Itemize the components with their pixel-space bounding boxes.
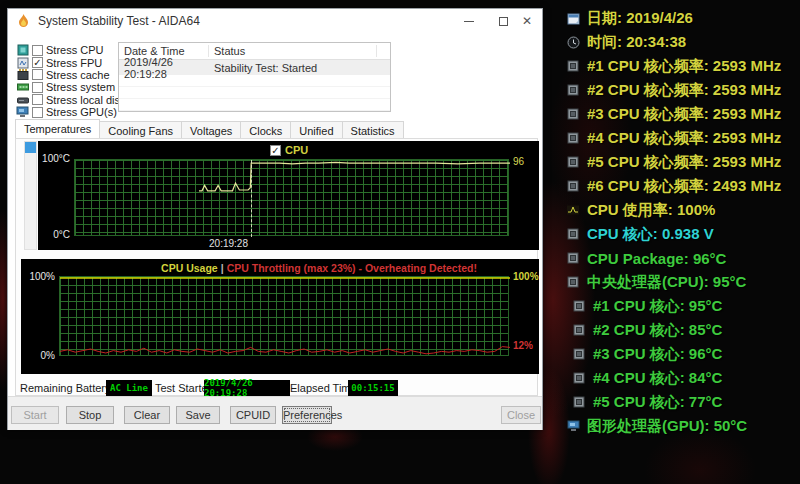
- tab-temperatures[interactable]: Temperatures: [15, 119, 100, 139]
- osd-row: #5 CPU 核心: 77°C: [566, 390, 800, 414]
- osd-row: #4 CPU 核心频率: 2593 MHz: [566, 126, 800, 150]
- cpuid-button[interactable]: CPUID: [230, 406, 276, 424]
- clear-button[interactable]: Clear: [124, 406, 170, 424]
- usage-plot-area: [59, 276, 509, 356]
- action-button-strip: Start Stop Clear Save CPUID Preferences …: [8, 396, 542, 430]
- gpu-icon: [16, 106, 29, 118]
- chip-icon: [566, 132, 580, 144]
- table-row[interactable]: 2019/4/26 20:19:28 Stability Test: Start…: [119, 60, 390, 75]
- event-datetime: 2019/4/26 20:19:28: [119, 56, 209, 80]
- stress-checkbox[interactable]: [32, 82, 43, 93]
- disk-icon: [16, 94, 29, 106]
- cache-icon: [16, 69, 29, 81]
- osd-sensor-panel: 日期: 2019/4/26时间: 20:34:38#1 CPU 核心频率: 25…: [566, 6, 800, 438]
- osd-row-text: #6 CPU 核心频率: 2493 MHz: [587, 177, 781, 196]
- osd-row-text: 图形处理器(GPU): 50°C: [587, 417, 747, 436]
- osd-row-text: #3 CPU 核心: 96°C: [593, 345, 722, 364]
- usage-chart-title: CPU Usage|CPU Throttling (max 23%) - Ove…: [21, 262, 539, 274]
- tab-voltages[interactable]: Voltages: [182, 121, 241, 139]
- osd-row-text: #4 CPU 核心频率: 2593 MHz: [587, 129, 781, 148]
- battery-label: Remaining Battery:: [20, 382, 114, 394]
- stress-option-label: Stress CPU: [46, 44, 103, 56]
- osd-row: #1 CPU 核心: 95°C: [566, 294, 800, 318]
- elapsed-time-value: 00:15:15: [348, 380, 398, 396]
- osd-row: 日期: 2019/4/26: [566, 6, 800, 30]
- usage-title-part: CPU Usage: [161, 262, 218, 274]
- minimize-icon: [464, 21, 474, 22]
- usage-current-value: 100%: [513, 271, 539, 282]
- cpu-legend-label: CPU: [285, 144, 308, 156]
- chip-icon: [566, 228, 580, 240]
- usage-series-lines: [60, 277, 510, 357]
- chip-icon: [572, 396, 586, 408]
- chart-scrollbar[interactable]: [24, 141, 37, 250]
- start-button[interactable]: Start: [11, 406, 59, 424]
- preferences-button[interactable]: Preferences: [282, 406, 332, 424]
- stress-option-label: Stress cache: [46, 69, 110, 81]
- osd-row-text: #3 CPU 核心频率: 2593 MHz: [587, 105, 781, 124]
- usage-axis-max-label: 100%: [21, 271, 55, 282]
- memory-icon: [16, 81, 29, 93]
- close-button[interactable]: Close: [501, 406, 541, 424]
- osd-row-text: #5 CPU 核心频率: 2593 MHz: [587, 153, 781, 172]
- osd-row-text: #2 CPU 核心频率: 2593 MHz: [587, 81, 781, 100]
- tab-cooling-fans[interactable]: Cooling Fans: [100, 121, 182, 139]
- monitor-icon: [566, 420, 580, 432]
- calendar-icon: [566, 12, 580, 25]
- cpu-legend[interactable]: ✓ CPU: [270, 144, 308, 156]
- stress-checkbox[interactable]: [32, 69, 43, 80]
- stress-checkbox[interactable]: [32, 94, 43, 105]
- tab-statistics[interactable]: Statistics: [343, 121, 404, 139]
- tab-bar: TemperaturesCooling FansVoltagesClocksUn…: [15, 119, 404, 139]
- cpu-legend-checkbox[interactable]: ✓: [270, 145, 281, 156]
- maximize-icon: [499, 17, 508, 26]
- chip-icon: [572, 348, 586, 360]
- column-header-status[interactable]: Status: [209, 45, 377, 57]
- osd-row: 图形处理器(GPU): 50°C: [566, 414, 800, 438]
- osd-row-text: #2 CPU 核心: 85°C: [593, 321, 722, 340]
- osd-row: 时间: 20:34:38: [566, 30, 800, 54]
- chip-icon: [572, 324, 586, 336]
- window-title: System Stability Test - AIDA64: [38, 14, 200, 28]
- current-temp-value: 96: [513, 156, 524, 167]
- stress-option-label: Stress FPU: [46, 57, 102, 69]
- osd-row: #5 CPU 核心频率: 2593 MHz: [566, 150, 800, 174]
- tab-unified[interactable]: Unified: [291, 121, 342, 139]
- osd-row-text: CPU 使用率: 100%: [587, 201, 715, 220]
- osd-row-text: 中央处理器(CPU): 95°C: [587, 273, 746, 292]
- osd-row-text: 时间: 20:34:38: [587, 33, 686, 52]
- temperature-series-line: [75, 160, 510, 237]
- stop-button[interactable]: Stop: [66, 406, 114, 424]
- minimize-button[interactable]: [456, 9, 482, 33]
- osd-row-text: CPU 核心: 0.938 V: [587, 225, 714, 244]
- save-button[interactable]: Save: [176, 406, 220, 424]
- osd-row: CPU 核心: 0.938 V: [566, 222, 800, 246]
- maximize-button[interactable]: [490, 9, 516, 33]
- osd-row: #2 CPU 核心频率: 2593 MHz: [566, 78, 800, 102]
- titlebar[interactable]: System Stability Test - AIDA64 ✕: [8, 9, 542, 33]
- scrollbar-thumb[interactable]: [25, 142, 36, 153]
- close-window-button[interactable]: ✕: [514, 9, 540, 33]
- osd-row: #3 CPU 核心: 96°C: [566, 342, 800, 366]
- tab-clocks[interactable]: Clocks: [241, 121, 291, 139]
- osd-row-text: #1 CPU 核心频率: 2593 MHz: [587, 57, 781, 76]
- aida64-flame-icon: [16, 14, 31, 29]
- test-status-row: Remaining Battery: AC Line Test Started:…: [16, 381, 537, 396]
- osd-row: #2 CPU 核心: 85°C: [566, 318, 800, 342]
- chip-icon: [566, 252, 580, 264]
- stress-checkbox[interactable]: ✓: [32, 57, 43, 68]
- cpu-icon: [16, 44, 29, 56]
- osd-row: #3 CPU 核心频率: 2593 MHz: [566, 102, 800, 126]
- osd-row: CPU Package: 96°C: [566, 246, 800, 270]
- desktop: System Stability Test - AIDA64 ✕ Stress …: [0, 0, 800, 484]
- stress-option-label: Stress GPU(s): [46, 106, 117, 118]
- stress-checkbox[interactable]: [32, 107, 43, 118]
- battery-value: AC Line: [106, 380, 152, 396]
- stress-checkbox[interactable]: [32, 45, 43, 56]
- chip-icon: [566, 180, 580, 192]
- test-started-value: 2019/4/26 20:19:28: [204, 380, 290, 396]
- clock-icon: [566, 36, 580, 49]
- aida64-stability-test-window: System Stability Test - AIDA64 ✕ Stress …: [7, 8, 543, 430]
- event-time-label: 20:19:28: [156, 238, 248, 249]
- osd-row: CPU 使用率: 100%: [566, 198, 800, 222]
